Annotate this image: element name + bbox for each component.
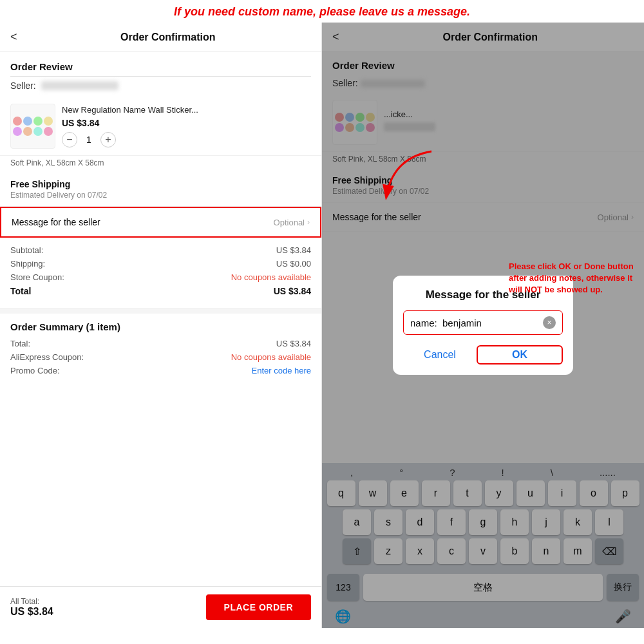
left-shipping-title: Free Shipping bbox=[10, 179, 311, 189]
left-order-summary-title: Order Summary (1 item) bbox=[10, 321, 311, 332]
left-nav-bar: < Order Confirmation bbox=[0, 23, 321, 52]
left-product-row: New Regulation Name Wall Sticker... US $… bbox=[0, 97, 321, 156]
left-qty-decrease[interactable]: − bbox=[62, 132, 77, 147]
left-promo-label: Promo Code: bbox=[10, 366, 60, 375]
left-promo-row: Promo Code: Enter code here bbox=[10, 366, 311, 375]
left-total-row: Total US $3.84 bbox=[10, 286, 311, 296]
left-nav-title: Order Confirmation bbox=[25, 32, 311, 43]
left-subtotal-row: Subtotal: US $3.84 bbox=[10, 245, 311, 255]
left-chevron-right-icon: › bbox=[307, 218, 310, 227]
left-summary-total-row: Total: US $3.84 bbox=[10, 339, 311, 348]
left-aliexpress-coupon-row: AliExpress Coupon: No coupons available bbox=[10, 352, 311, 362]
left-order-summary: Order Summary (1 item) Total: US $3.84 A… bbox=[0, 314, 321, 387]
left-panel: < Order Confirmation Order Review Seller… bbox=[0, 23, 322, 628]
left-qty-row: − 1 + bbox=[62, 132, 311, 147]
left-coupon-value[interactable]: No coupons available bbox=[231, 272, 311, 282]
left-product-price: US $3.84 bbox=[62, 118, 311, 128]
left-bottom-total-label: All Total: bbox=[10, 597, 53, 606]
left-summary-total-value: US $3.84 bbox=[276, 339, 311, 348]
left-seller-name-blur bbox=[41, 81, 118, 90]
left-product-image bbox=[10, 104, 55, 149]
left-shipping-cost-row: Shipping: US $0.00 bbox=[10, 259, 311, 269]
banner-text: If you need custom name, please leave us… bbox=[174, 5, 470, 18]
left-total-value: US $3.84 bbox=[274, 286, 311, 296]
instruction-text: Please click OK or Done button after add… bbox=[509, 261, 638, 296]
left-subtotals: Subtotal: US $3.84 Shipping: US $0.00 St… bbox=[0, 238, 321, 308]
arrow-annotation bbox=[374, 145, 451, 222]
left-bottom-total-amount: US $3.84 bbox=[10, 606, 53, 618]
left-coupon-label: Store Coupon: bbox=[10, 272, 64, 282]
place-order-button[interactable]: PLACE ORDER bbox=[206, 594, 311, 620]
left-shipping-cost-value: US $0.00 bbox=[276, 259, 311, 269]
modal-clear-button[interactable]: × bbox=[543, 316, 556, 329]
left-promo-value[interactable]: Enter code here bbox=[251, 366, 311, 375]
left-shipping-row: Free Shipping Estimated Delivery on 07/0… bbox=[0, 173, 321, 207]
left-order-review-heading: Order Review bbox=[0, 52, 321, 76]
left-seller-row: Seller: bbox=[0, 77, 321, 97]
left-qty-increase[interactable]: + bbox=[100, 132, 116, 147]
left-message-optional: Optional › bbox=[274, 218, 310, 227]
left-bottom-bar: All Total: US $3.84 PLACE ORDER bbox=[0, 586, 321, 628]
left-aliexpress-coupon-label: AliExpress Coupon: bbox=[10, 352, 84, 362]
modal-cancel-button[interactable]: Cancel bbox=[403, 349, 477, 361]
left-back-button[interactable]: < bbox=[10, 30, 17, 44]
left-summary-total-label: Total: bbox=[10, 339, 30, 348]
left-shipping-cost-label: Shipping: bbox=[10, 259, 45, 269]
modal-input-field[interactable] bbox=[410, 317, 543, 328]
left-coupon-row: Store Coupon: No coupons available bbox=[10, 272, 311, 282]
left-total-label: Total bbox=[10, 286, 31, 296]
left-subtotal-label: Subtotal: bbox=[10, 245, 43, 255]
left-product-name: New Regulation Name Wall Sticker... bbox=[62, 105, 311, 116]
left-variant-text: Soft Pink, XL 58cm X 58cm bbox=[0, 156, 321, 173]
left-qty-value: 1 bbox=[82, 135, 95, 145]
modal-input-row[interactable]: × bbox=[403, 310, 563, 335]
left-product-info: New Regulation Name Wall Sticker... US $… bbox=[62, 105, 311, 148]
left-message-row[interactable]: Message for the seller Optional › bbox=[0, 207, 321, 238]
left-shipping-sub: Estimated Delivery on 07/02 bbox=[10, 191, 311, 200]
left-seller-label: Seller: bbox=[10, 80, 36, 91]
left-subtotal-value: US $3.84 bbox=[276, 245, 311, 255]
left-message-label: Message for the seller bbox=[12, 217, 100, 227]
top-banner: If you need custom name, please leave us… bbox=[0, 0, 644, 23]
modal-actions: Cancel OK bbox=[403, 345, 563, 365]
left-aliexpress-coupon-value[interactable]: No coupons available bbox=[231, 352, 311, 362]
modal-ok-button[interactable]: OK bbox=[477, 345, 563, 365]
modal-overlay: Message for the seller × Cancel OK bbox=[322, 23, 644, 628]
right-panel: < Order Confirmation Order Review Seller… bbox=[322, 23, 644, 628]
left-full-divider bbox=[0, 308, 321, 314]
